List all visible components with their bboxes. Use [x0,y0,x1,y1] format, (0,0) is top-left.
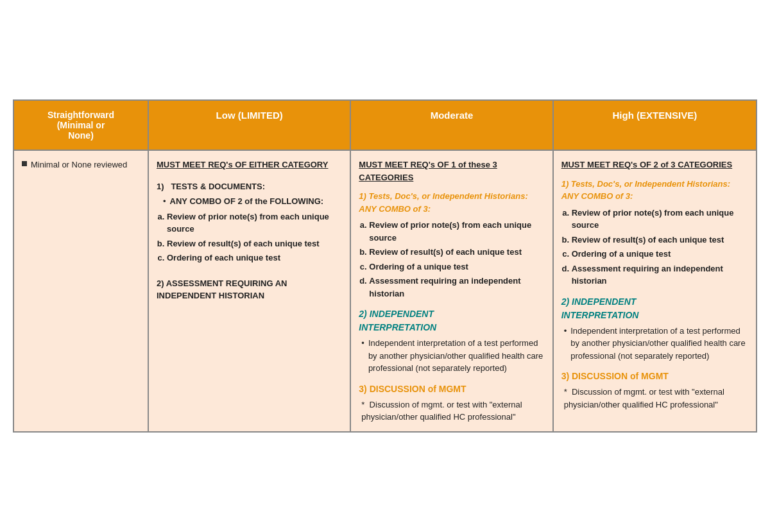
high-cat1-item-c: Ordering of a unique test [572,248,748,261]
moderate-cat1-title: 1) Tests, Doc's, or Independent Historia… [359,191,527,214]
high-cat1-item-b: Review of result(s) of each unique test [572,234,748,246]
moderate-cat3-title: 3) DISCUSSION of MGMT [359,382,544,396]
cell-high: MUST MEET REQ's OF 2 of 3 CATEGORIES 1) … [554,151,756,431]
low-item-c: Ordering of each unique test [167,252,342,264]
header-row: Straightforward(Minimal orNone) Low (LIM… [14,101,756,151]
main-table: Straightforward(Minimal orNone) Low (LIM… [13,99,757,433]
minimal-none-text: Minimal or None reviewed [31,159,127,171]
high-cat3-text: * Discussion of mgmt. or test with "exte… [564,386,748,411]
low-combo-item: ANY COMBO OF 2 of the FOLLOWING: [163,195,342,208]
cell-low: MUST MEET REQ's OF EITHER CATEGORY 1) TE… [149,151,351,431]
low-item-a: Review of prior note(s) from each unique… [167,210,342,236]
high-cat1-title: 1) Tests, Doc's, or Independent Historia… [561,179,730,202]
high-cat2-item: Independent interpretation of a test per… [564,325,748,363]
moderate-cat1-item-a: Review of prior note(s) from each unique… [369,219,544,244]
high-cat2-title: 2) INDEPENDENTINTERPRETATION [561,295,748,322]
cell-straightforward: Minimal or None reviewed [14,151,149,431]
moderate-cat1-item-b: Review of result(s) of each unique test [369,246,544,259]
low-section1-label: 1) TESTS & DOCUMENTS: [157,180,342,193]
high-cat1-item-a: Review of prior note(s) from each unique… [572,207,748,232]
high-heading: MUST MEET REQ's OF 2 of 3 CATEGORIES [561,159,748,171]
moderate-cat3-text: * Discussion of mgmt. or test with "exte… [361,399,544,424]
high-cat1-item-d: Assessment requiring an independent hist… [572,262,748,287]
low-combo-list: ANY COMBO OF 2 of the FOLLOWING: [163,195,342,208]
high-cat3-title: 3) DISCUSSION of MGMT [561,370,748,383]
header-col1: Straightforward(Minimal orNone) [14,101,149,151]
low-item-b: Review of result(s) of each unique test [167,237,342,250]
moderate-cat1-items: Review of prior note(s) from each unique… [369,219,544,300]
moderate-cat2-item: Independent interpretation of a test per… [361,337,544,375]
minimal-none-item: Minimal or None reviewed [22,159,140,171]
moderate-cat1-item-c: Ordering of a unique test [369,261,544,273]
low-section2-label: 2) ASSESSMENT REQUIRING AN INDEPENDENT H… [157,277,342,302]
cell-moderate: MUST MEET REQ's OF 1 of these 3 CATEGORI… [351,151,553,431]
header-col2: Low (LIMITED) [149,101,351,151]
header-col3: Moderate [351,101,553,151]
high-cat2-list: Independent interpretation of a test per… [564,325,748,363]
high-cat1-items: Review of prior note(s) from each unique… [572,207,748,287]
moderate-cat2-title: 2) INDEPENDENTINTERPRETATION [359,307,544,334]
header-col4: High (EXTENSIVE) [554,101,756,151]
bullet-icon [22,161,27,166]
moderate-heading: MUST MEET REQ's OF 1 of these 3 CATEGORI… [359,159,544,184]
body-row: Minimal or None reviewed MUST MEET REQ's… [14,151,756,431]
moderate-cat2-list: Independent interpretation of a test per… [361,337,544,375]
moderate-cat1-item-d: Assessment requiring an independent hist… [369,275,544,300]
low-section1-items: Review of prior note(s) from each unique… [167,210,342,264]
low-heading: MUST MEET REQ's OF EITHER CATEGORY [157,159,342,171]
